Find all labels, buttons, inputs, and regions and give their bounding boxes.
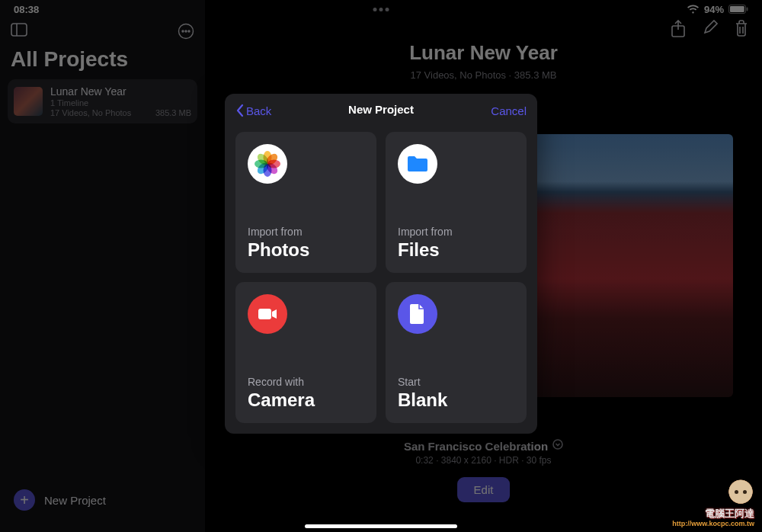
- card-title: Blank: [398, 389, 514, 411]
- back-label: Back: [246, 104, 271, 117]
- status-time: 08:38: [14, 4, 39, 15]
- files-app-icon: [398, 144, 437, 184]
- card-import-files[interactable]: Import from Files: [386, 132, 527, 273]
- new-project-modal: Back New Project Cancel: [225, 94, 537, 434]
- blank-document-icon: [398, 294, 437, 334]
- battery-icon: [728, 5, 748, 14]
- svg-rect-10: [747, 8, 748, 11]
- project-item[interactable]: Lunar New Year 1 Timeline 17 Videos, No …: [8, 79, 197, 123]
- home-indicator[interactable]: [305, 524, 457, 528]
- more-circle-icon[interactable]: [178, 23, 194, 40]
- trash-icon[interactable]: [735, 20, 748, 38]
- watermark-face-icon: [727, 479, 754, 507]
- svg-point-3: [182, 30, 184, 32]
- new-project-label: New Project: [44, 494, 106, 507]
- photos-app-icon: [248, 144, 287, 184]
- share-icon[interactable]: [671, 20, 686, 38]
- project-media-count: 17 Videos, No Photos: [50, 108, 131, 117]
- chevron-down-icon[interactable]: [552, 439, 563, 453]
- status-bar: 08:38 94%: [0, 0, 762, 18]
- card-title: Files: [398, 239, 514, 261]
- plus-icon: +: [14, 489, 35, 511]
- page-subtitle: 17 Videos, No Photos · 385.3 MB: [205, 69, 762, 81]
- card-subtitle: Record with: [248, 376, 364, 388]
- card-subtitle: Start: [398, 376, 514, 388]
- sidebar: All Projects Lunar New Year 1 Timeline 1…: [0, 0, 205, 532]
- svg-point-4: [185, 30, 187, 32]
- svg-point-5: [188, 30, 190, 32]
- clip-title[interactable]: San Francisco Celebration: [404, 440, 548, 453]
- new-project-button[interactable]: + New Project: [0, 477, 205, 532]
- project-size: 385.3 MB: [155, 108, 191, 117]
- card-import-photos[interactable]: Import from Photos: [235, 132, 376, 273]
- multitask-dots-icon[interactable]: [373, 8, 389, 11]
- svg-point-7: [553, 440, 562, 449]
- card-title: Photos: [248, 239, 364, 261]
- card-subtitle: Import from: [248, 226, 364, 238]
- back-button[interactable]: Back: [235, 104, 271, 117]
- card-record-camera[interactable]: Record with Camera: [235, 282, 376, 423]
- sidebar-toggle-icon[interactable]: [11, 23, 27, 40]
- project-timeline-count: 1 Timeline: [50, 98, 191, 107]
- sidebar-title: All Projects: [0, 44, 205, 79]
- project-thumbnail: [14, 87, 43, 116]
- wifi-icon: [687, 5, 700, 14]
- svg-rect-0: [11, 24, 27, 36]
- page-title: Lunar New Year: [205, 41, 762, 65]
- clip-metadata: 0:32 · 3840 x 2160 · HDR · 30 fps: [205, 455, 762, 466]
- project-name: Lunar New Year: [50, 85, 191, 98]
- battery-percent: 94%: [704, 4, 724, 15]
- card-title: Camera: [248, 389, 364, 411]
- cancel-button[interactable]: Cancel: [491, 104, 527, 117]
- watermark: 電腦王阿達 http://www.kocpc.com.tw: [672, 479, 754, 527]
- edit-pencil-icon[interactable]: [703, 20, 718, 38]
- camera-icon: [248, 294, 287, 334]
- edit-button[interactable]: Edit: [457, 477, 511, 502]
- watermark-url: http://www.kocpc.com.tw: [672, 520, 754, 527]
- card-subtitle: Import from: [398, 226, 514, 238]
- svg-rect-9: [730, 6, 744, 12]
- watermark-text: 電腦王阿達: [705, 507, 754, 521]
- svg-rect-11: [258, 309, 271, 319]
- card-start-blank[interactable]: Start Blank: [386, 282, 527, 423]
